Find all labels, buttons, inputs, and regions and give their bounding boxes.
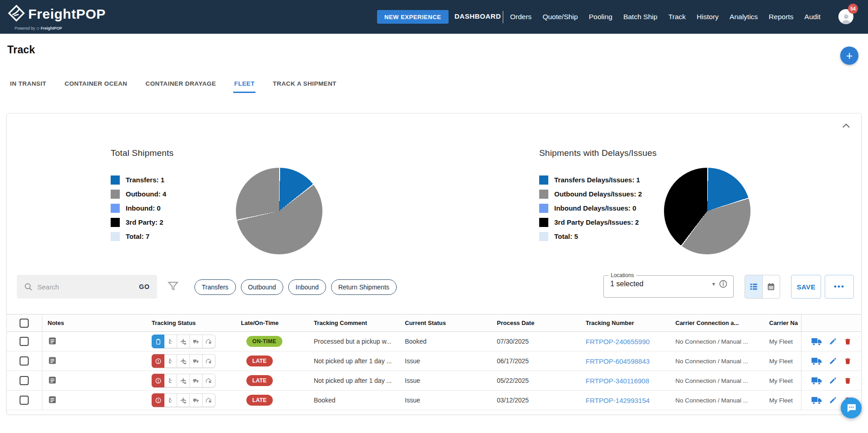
col-tracking-number: Tracking Number [580, 314, 670, 332]
nav-item-analytics[interactable]: Analytics [730, 13, 758, 21]
tracking-number-link[interactable]: FRTPOP-340116908 [586, 377, 649, 385]
fleet-truck-icon[interactable] [811, 376, 822, 385]
row-checkbox[interactable] [20, 396, 29, 405]
nav-item-orders[interactable]: Orders [510, 13, 531, 21]
filter-pill-inbound[interactable]: Inbound [288, 279, 326, 295]
status-in-transit-icon[interactable] [177, 335, 190, 348]
row-checkbox[interactable] [20, 337, 29, 346]
fleet-truck-icon[interactable] [811, 356, 822, 366]
nav-item-dashboard[interactable]: DASHBOARD [454, 12, 501, 20]
new-experience-button[interactable]: NEW EXPERIENCE [377, 10, 449, 24]
nav-item-reports[interactable]: Reports [769, 13, 793, 21]
edit-pencil-icon[interactable] [829, 357, 837, 365]
status-pickup-icon[interactable] [164, 354, 177, 368]
page-title: Track [7, 44, 35, 56]
legend-swatch [539, 190, 548, 199]
nav-item-pooling[interactable]: Pooling [589, 13, 613, 21]
chevron-down-icon[interactable]: ▾ [712, 281, 715, 287]
process-date-cell: 03/12/2025 [491, 391, 580, 410]
process-date-cell: 07/30/2025 [491, 332, 580, 351]
legend-swatch [111, 218, 120, 227]
shipments-table: Notes Tracking Status Late/On-Time Track… [7, 314, 861, 410]
filter-pill-transfers[interactable]: Transfers [194, 279, 236, 295]
list-view-icon[interactable] [745, 275, 762, 298]
tab-fleet[interactable]: FLEET [233, 80, 255, 93]
tab-container-ocean[interactable]: CONTAINER OCEAN [64, 80, 128, 93]
status-out-for-delivery-icon[interactable] [190, 335, 203, 348]
app-root: FreightPOP Powered by ◇ FreightPOP NEW E… [0, 0, 868, 433]
select-all-checkbox[interactable] [20, 319, 29, 328]
status-issue-icon[interactable] [152, 354, 164, 368]
fleet-truck-icon[interactable] [811, 396, 822, 405]
delete-trash-icon[interactable] [844, 376, 852, 385]
locations-dropdown[interactable]: Locations 1 selected ▾ [603, 272, 734, 298]
status-in-transit-icon[interactable] [177, 393, 190, 407]
tab-container-drayage[interactable]: CONTAINER DRAYAGE [145, 80, 217, 93]
search-icon [24, 283, 33, 291]
search-input[interactable] [37, 283, 134, 291]
collapse-chevron-icon[interactable] [840, 120, 852, 132]
search-go-button[interactable]: GO [139, 283, 150, 290]
notes-icon[interactable] [48, 336, 57, 347]
status-pickup-icon[interactable] [164, 374, 177, 387]
carrier-connection-cell: No Connection / Manual ... [670, 351, 764, 371]
notes-icon[interactable] [48, 356, 57, 366]
legend-item: Total: 7 [111, 229, 166, 243]
status-out-for-delivery-icon[interactable] [190, 354, 203, 368]
row-checkbox[interactable] [20, 376, 29, 385]
calendar-view-icon[interactable] [762, 275, 780, 298]
notes-icon[interactable] [48, 395, 57, 406]
notes-icon[interactable] [48, 376, 57, 386]
col-tracking-status: Tracking Status [146, 314, 235, 332]
tracking-number-link[interactable]: FRTPOP-604598843 [586, 357, 650, 365]
chat-widget-button[interactable] [841, 397, 862, 418]
filter-pill-outbound[interactable]: Outbound [241, 279, 284, 295]
status-in-transit-icon[interactable] [177, 354, 190, 368]
carrier-connection-cell: No Connection / Manual ... [670, 391, 764, 410]
delete-trash-icon[interactable] [844, 337, 852, 345]
status-issue-icon[interactable] [152, 393, 164, 407]
fleet-truck-icon[interactable] [811, 337, 822, 346]
status-out-for-delivery-icon[interactable] [190, 374, 203, 387]
logo[interactable]: FreightPOP [7, 4, 106, 24]
more-options-button[interactable]: ••• [825, 275, 854, 299]
legend-item: Inbound Delays/Issues: 0 [539, 201, 642, 215]
nav-item-history[interactable]: History [697, 13, 719, 21]
tracking-number-link[interactable]: FRTPOP-240655990 [586, 338, 650, 345]
col-carrier-name: Carrier Na [764, 314, 801, 332]
delete-trash-icon[interactable] [844, 357, 852, 365]
edit-pencil-icon[interactable] [829, 396, 837, 404]
edit-pencil-icon[interactable] [829, 376, 837, 385]
status-booked-icon[interactable] [152, 335, 164, 348]
info-icon[interactable] [719, 279, 728, 289]
status-issue-icon[interactable] [152, 374, 164, 387]
tracking-status-steps [152, 335, 215, 348]
add-button[interactable]: + [840, 46, 858, 65]
tracking-number-link[interactable]: FRTPOP-142993154 [586, 397, 650, 404]
status-out-for-delivery-icon[interactable] [190, 393, 203, 407]
row-checkbox[interactable] [20, 356, 29, 366]
filter-pill-return-shipments[interactable]: Return Shipments [331, 279, 397, 295]
status-delivered-icon[interactable] [203, 393, 215, 407]
nav-item-quoteship[interactable]: Quote/Ship [542, 13, 578, 21]
pie-chart-delays-issues [664, 168, 751, 254]
status-delivered-icon[interactable] [203, 354, 215, 368]
col-carrier-connection: Carrier Connection a... [670, 314, 764, 332]
nav-item-batchship[interactable]: Batch Ship [623, 13, 658, 21]
nav-item-audit[interactable]: Audit [804, 13, 820, 21]
status-delivered-icon[interactable] [203, 374, 215, 387]
tab-in-transit[interactable]: IN TRANSIT [9, 80, 47, 93]
status-in-transit-icon[interactable] [177, 374, 190, 387]
filter-funnel-icon[interactable] [167, 280, 179, 294]
nav-item-track[interactable]: Track [669, 13, 686, 21]
save-button[interactable]: SAVE [791, 275, 821, 299]
status-pickup-icon[interactable] [164, 393, 177, 407]
status-delivered-icon[interactable] [203, 335, 215, 348]
table-row: LATE Booked Issue 03/12/2025 FRTPOP-1429… [7, 391, 861, 410]
tracking-comment-cell: Booked [308, 391, 399, 410]
edit-pencil-icon[interactable] [829, 337, 837, 345]
tab-track-a-shipment[interactable]: TRACK A SHIPMENT [272, 80, 337, 93]
nav-divider [503, 11, 503, 23]
carrier-connection-cell: No Connection / Manual ... [670, 332, 764, 351]
status-pickup-icon[interactable] [164, 335, 177, 348]
